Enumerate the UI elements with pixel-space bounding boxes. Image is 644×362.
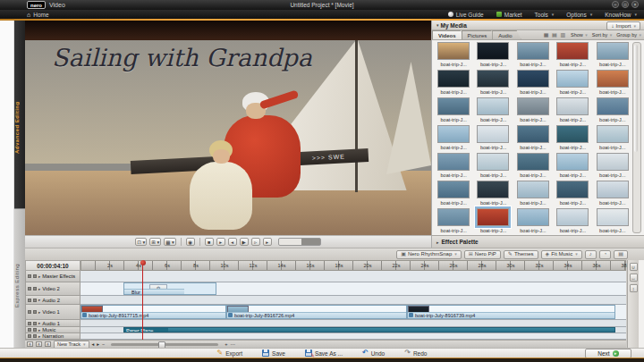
media-thumbnail[interactable] [517,42,549,60]
close-button[interactable]: × [631,1,639,8]
snapshot-button[interactable]: ◉ [186,238,195,246]
nav-left-icon[interactable]: ◂ [92,341,95,347]
nav-right-icon[interactable]: ▸ [97,341,99,347]
view-mode-icons[interactable]: ▦ ▤ ▥ [544,31,566,38]
media-thumbnail[interactable] [556,42,589,60]
media-thumbnail[interactable] [597,97,629,115]
clip-boat-trip-july-8917715-mp4[interactable]: boat-trip-July-8917715.mp4 [80,305,226,319]
jump-end-button[interactable]: ▸ [263,238,272,246]
dropdown-show[interactable]: Show ▾ [571,32,588,38]
media-thumbnail[interactable] [556,181,589,198]
track-header-audio-2[interactable]: ▸Audio 2 [25,296,80,305]
lock-toggle-icon[interactable] [33,299,37,302]
import-button[interactable]: ↓ Import ▾ [606,21,640,30]
clip-blur[interactable]: ✿Blur [123,282,216,295]
clip-boat-trip-july-8916739-mp4[interactable]: boat-trip-July-8916739.mp4 [407,305,615,319]
timeline-zoom-slider[interactable] [111,343,218,346]
media-tab-audio[interactable]: Audio [492,30,521,39]
button-export[interactable]: ✎Export [217,349,243,357]
media-thumbnail[interactable] [556,153,589,171]
transport-view-dropdown-2[interactable]: ▦ ▾ [164,238,176,246]
record-button[interactable]: ◔ [599,250,612,259]
media-thumbnail[interactable] [517,97,549,115]
media-thumbnail[interactable] [556,70,589,88]
transport-view-dropdown-0[interactable]: ⊡ ▾ [135,238,147,246]
media-thumbnail[interactable] [597,42,629,60]
zoom-fit-icon[interactable]: ↔ [630,274,638,282]
monitor-toggle-icon[interactable] [28,287,31,290]
prev-frame-button[interactable]: ◂ [228,238,237,246]
menu-item-market[interactable]: Market [496,12,522,18]
maximize-button[interactable]: □ [622,1,629,8]
button-fit-music[interactable]: ◈Fit Music▾ [541,250,582,259]
media-thumbnail[interactable] [556,208,589,226]
media-thumbnail[interactable] [477,97,509,115]
media-thumbnail[interactable] [477,153,509,171]
media-thumbnail[interactable] [597,70,629,88]
button-nero-rhythmsnap[interactable]: ▣Nero RhythmSnap▾ [396,250,462,259]
next-frame-button[interactable]: ▹ [251,238,260,246]
lock-toggle-icon[interactable] [33,334,37,338]
record-button[interactable]: ▸ [216,238,225,246]
playhead-knob[interactable] [140,260,146,265]
home-button[interactable]: ⌂ Home [27,12,49,18]
media-thumbnail[interactable] [597,181,629,198]
jog-shuttle-slider[interactable] [278,238,321,246]
microphone-button[interactable]: ♪ [585,250,597,259]
playhead[interactable] [142,261,143,340]
stop-button[interactable]: ■ [205,238,214,246]
media-thumbnail[interactable] [437,181,470,198]
media-thumbnail[interactable] [597,208,629,226]
media-thumbnail[interactable] [437,97,470,115]
media-thumbnail[interactable] [437,153,470,171]
button-themes[interactable]: ✎Themes [504,250,538,259]
lock-toggle-icon[interactable] [33,287,37,290]
media-panel-header[interactable]: ▾ My Media ↓ Import ▾ [432,21,644,30]
tab-advanced-editing[interactable]: Advanced Editing [14,21,25,208]
menu-item-options[interactable]: Options▾ [566,12,592,18]
media-thumbnail[interactable] [477,70,509,88]
track-header-video-2[interactable]: ▸Video 2 [25,282,80,296]
dropdown-group-by[interactable]: Group by ▾ [616,32,641,38]
media-thumbnail[interactable] [477,42,509,60]
zoom-out-icon[interactable]: − [102,341,105,347]
minimize-button[interactable]: – [612,1,619,8]
track-header-master-effects[interactable]: ▸Master Effects [25,271,80,282]
media-scrollbar-thumb[interactable] [634,45,638,152]
dropdown-sort-by[interactable]: Sort by ▾ [592,32,612,38]
monitor-toggle-icon[interactable] [28,334,31,338]
media-tab-pictures[interactable]: Pictures [462,30,496,39]
track-header-audio-1[interactable]: ▸Audio 1 [25,320,80,327]
monitor-toggle-icon[interactable] [28,299,31,302]
clip-paper-plane[interactable]: Paper Plane [123,327,615,333]
media-thumbnail[interactable] [517,70,549,88]
monitor-toggle-icon[interactable] [28,274,31,278]
menu-item-knowhow[interactable]: KnowHow▾ [605,12,637,18]
media-thumbnail[interactable] [597,125,629,143]
media-thumbnail[interactable] [477,208,509,226]
timecode-display[interactable]: 00:00:04:10 [25,260,80,271]
export-timeline-button[interactable]: ▤ [614,250,628,259]
track-header-narration[interactable]: ▸Narration [25,333,80,340]
media-thumbnail[interactable] [517,181,549,198]
media-thumbnail[interactable] [437,208,470,226]
button-save[interactable]: Save [262,349,285,357]
media-thumbnail[interactable] [437,70,470,88]
lock-toggle-icon[interactable] [33,274,37,278]
scroll-icon[interactable]: ↕ [630,284,638,292]
menu-item-tools[interactable]: Tools▾ [535,12,555,18]
media-thumbnail[interactable] [556,97,589,115]
lock-toggle-icon[interactable] [33,322,37,325]
more-icon[interactable]: ⋯ [230,341,235,347]
magnet-snap-icon[interactable]: ∪ [630,263,638,271]
media-thumbnail[interactable] [437,42,470,60]
lock-toggle-icon[interactable] [33,310,37,314]
button-redo[interactable]: ↷Redo [404,349,427,357]
lock-toggle-icon[interactable] [33,328,37,332]
media-thumbnail[interactable] [477,181,509,198]
track-header-video-1[interactable]: ▸Video 1 [25,305,80,320]
track-list-icon[interactable]: ≡ [27,341,33,347]
zoom-in-icon[interactable]: + [225,341,227,347]
transport-view-dropdown-1[interactable]: ⊞ ▾ [149,238,161,246]
button-undo[interactable]: ↶Undo [362,349,385,357]
